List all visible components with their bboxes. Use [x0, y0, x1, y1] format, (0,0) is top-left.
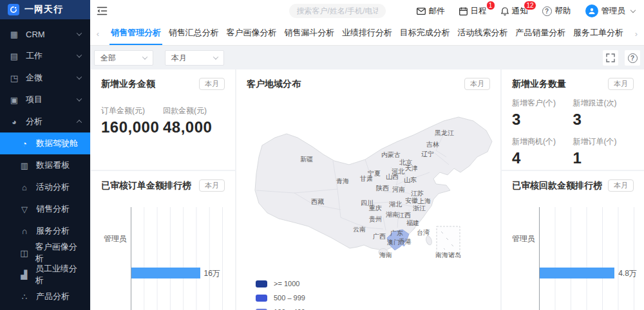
sidebar-item-data-board[interactable]: ▥数据看板	[0, 154, 90, 176]
province-label: 天津	[405, 165, 418, 172]
tab-target-completion[interactable]: 目标完成分析	[399, 22, 451, 45]
schedule-badge: 1	[486, 1, 495, 10]
sidebar-menu: ▦CRM▤工作◳企微▣项目◕分析◔数据驾驶舱▥数据看板⌂活动分析▽销售分析∩服务…	[0, 19, 90, 307]
fullscreen-icon	[606, 53, 615, 62]
sidebar-item-work[interactable]: ▤工作	[0, 45, 90, 67]
sidebar-item-project[interactable]: ▣项目	[0, 89, 90, 111]
activity-bag-icon: ⌂	[19, 183, 30, 192]
app-name: 一网天行	[24, 4, 63, 15]
chevron-down-icon	[142, 54, 147, 59]
tab-customer-portrait[interactable]: 客户画像分析	[225, 22, 278, 45]
map-legend-item: >= 1000	[256, 277, 305, 291]
province-label: 吉林	[426, 141, 439, 148]
tab-sales-summary[interactable]: 销售汇总分析	[167, 22, 220, 45]
tabs-scroll-left-icon[interactable]: ‹	[93, 22, 103, 45]
stat-label: 新增跟进(次)	[573, 98, 634, 109]
app-logo-icon	[8, 4, 19, 15]
sidebar-item-activity-analysis[interactable]: ⌂活动分析	[0, 176, 90, 198]
sidebar-item-product-analysis[interactable]: ∴产品分析	[0, 286, 90, 307]
rank-category-label: 管理员	[506, 233, 535, 244]
sidebar-item-label: 数据驾驶舱	[36, 138, 78, 149]
tab-service-ticket[interactable]: 服务工单分析	[572, 22, 625, 45]
map-legend: >= 1000500 – 999100 – 499	[256, 277, 305, 310]
sidebar-item-data-cockpit[interactable]: ◔数据驾驶舱	[0, 132, 90, 154]
card-payment-amount-rank: 已审核回款金额排行榜 本月 4.8万管理员	[502, 171, 644, 310]
province-label: 江西	[398, 212, 411, 219]
schedule-button[interactable]: 日程 1	[459, 6, 487, 17]
card-title: 新增业务数量	[512, 78, 566, 90]
dashboard-content: 新增业务金额 本月 订单金额(元)160,000回款金额(元)48,000 客户…	[90, 69, 644, 310]
stat-label: 新增订单(个)	[573, 136, 634, 147]
tabs-scroll-right-icon[interactable]: ›	[631, 22, 641, 45]
rank-bar[interactable]: 16万	[131, 268, 200, 278]
search-input[interactable]	[289, 4, 386, 18]
sidebar-item-label: 数据看板	[36, 160, 70, 171]
province-label: 湖北	[389, 201, 402, 208]
tab-activity-leads[interactable]: 活动线索分析	[457, 22, 509, 45]
dashboard-help-button[interactable]	[625, 50, 640, 66]
period-select[interactable]: 本月	[165, 50, 224, 66]
top-header: 邮件 日程 1 通知 12 帮助 管理员	[90, 0, 644, 22]
sidebar-item-crm[interactable]: ▦CRM	[0, 23, 90, 45]
china-map[interactable]: 黑龙江吉林辽宁内蒙古北京天津河北山西山东宁夏甘肃青海新疆陕西河南江苏安徽上海西藏…	[236, 95, 500, 307]
province-label: 香港	[399, 238, 412, 245]
rank-bar[interactable]: 4.8万	[540, 268, 614, 278]
sidebar-item-employee-performance-analysis[interactable]: ▟员工业绩分析	[0, 264, 90, 286]
mail-icon	[417, 8, 426, 15]
sidebar-item-label: 企微	[26, 72, 43, 84]
province-label: 辽宁	[421, 150, 434, 158]
sidebar-item-service-analysis[interactable]: ∩服务分析	[0, 220, 90, 242]
sidebar-item-analysis[interactable]: ◕分析	[0, 111, 90, 132]
stat-block: 新增商机(个)4	[512, 136, 573, 167]
rank-bar-value: 4.8万	[618, 268, 637, 279]
province-label: 重庆	[368, 205, 382, 212]
tab-bar: ‹ 销售管理分析销售汇总分析客户画像分析销售漏斗分析业绩排行分析目标完成分析活动…	[90, 22, 644, 46]
province-label: 福建	[406, 219, 419, 226]
fullscreen-button[interactable]	[603, 50, 618, 66]
tab-sales-funnel[interactable]: 销售漏斗分析	[283, 22, 336, 45]
sidebar-item-customer-portrait-analysis[interactable]: ◫客户画像分析	[0, 242, 90, 264]
province-label: 新疆	[300, 156, 313, 163]
legend-swatch	[256, 280, 267, 287]
province-label: 广东	[390, 230, 403, 237]
menu-fold-icon[interactable]	[97, 6, 108, 15]
sidebar-item-wecom[interactable]: ◳企微	[0, 67, 90, 89]
card-new-business-count: 新增业务数量 本月 新增客户(个)3新增跟进(次)3新增商机(个)4新增订单(个…	[502, 69, 644, 170]
sidebar-item-label: 产品分析	[36, 291, 70, 302]
period-badge: 本月	[464, 78, 490, 90]
analysis-pie-icon: ◕	[9, 117, 19, 127]
rank-bar-value: 16万	[204, 268, 220, 279]
app-logo[interactable]: 一网天行	[0, 0, 90, 19]
sidebar-item-label: 服务分析	[36, 225, 70, 237]
notice-button[interactable]: 通知 12	[501, 6, 528, 17]
help-button[interactable]: 帮助	[542, 6, 571, 17]
province-label: 陕西	[376, 185, 389, 192]
tab-performance-rank[interactable]: 业绩排行分析	[341, 22, 393, 45]
stat-block: 回款金额(元)48,000	[163, 105, 225, 136]
notice-badge: 12	[524, 1, 536, 10]
period-badge: 本月	[199, 78, 225, 90]
sidebar-item-sales-analysis[interactable]: ▽销售分析	[0, 198, 90, 220]
mail-button[interactable]: 邮件	[417, 6, 445, 17]
province-label: 河南	[392, 186, 405, 193]
stat-label: 订单金额(元)	[101, 105, 163, 116]
stat-value: 3	[512, 111, 573, 129]
funnel-icon: ▽	[19, 205, 30, 214]
scope-select[interactable]: 全部	[94, 50, 153, 66]
sidebar-item-label: 活动分析	[36, 181, 70, 193]
province-label: 甘肃	[360, 175, 373, 182]
legend-label: 500 – 999	[274, 294, 305, 302]
card-customer-region-map: 客户地域分布 本月	[236, 69, 500, 310]
chevron-down-icon	[213, 54, 218, 59]
chevron-down-icon	[77, 74, 82, 79]
user-menu[interactable]: 管理员	[585, 5, 636, 17]
stat-block: 新增订单(个)1	[573, 136, 634, 167]
tab-product-sales[interactable]: 产品销量分析	[514, 22, 567, 45]
tab-sales-management[interactable]: 销售管理分析	[109, 22, 162, 45]
sidebar-item-label: 员工业绩分析	[35, 263, 81, 286]
sidebar-item-label: 销售分析	[36, 203, 70, 215]
sidebar: 一网天行 ▦CRM▤工作◳企微▣项目◕分析◔数据驾驶舱▥数据看板⌂活动分析▽销售…	[0, 0, 90, 310]
period-badge: 本月	[608, 179, 634, 192]
chevron-down-icon	[77, 52, 82, 57]
work-icon: ▤	[9, 51, 19, 61]
